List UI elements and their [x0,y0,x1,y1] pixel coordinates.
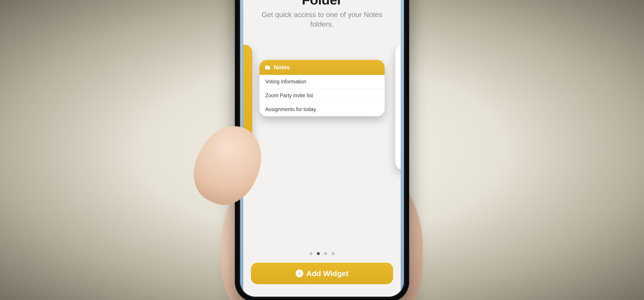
page-dot[interactable] [332,252,334,255]
next-widget-preview[interactable]: N [395,45,401,170]
iphone-frame: FRI Notes [235,0,409,300]
sheet-subtitle: Get quick access to one of your Notes fo… [257,10,387,29]
folder-icon [265,64,270,70]
plus-icon [297,271,302,276]
page-dot[interactable] [324,252,327,255]
widget-notes-list: Voting information Zoom Party invite lis… [260,75,384,116]
widget-preview-medium[interactable]: Notes Voting information Zoom Party invi… [260,60,384,116]
iphone-bezel: FRI Notes [239,0,405,298]
widget-picker-sheet: Notes Folder Get quick access to one of … [243,0,401,297]
widget-note-row: Zoom Party invite list [260,89,384,102]
plus-badge [296,270,303,277]
page-dot[interactable] [317,252,320,255]
sheet-title: Folder [257,0,387,8]
widget-note-row: Assignments for today [260,102,384,116]
sheet-hero: Folder Get quick access to one of your N… [243,0,401,29]
widget-size-carousel[interactable]: Notes Voting information Zoom Party invi… [243,45,401,248]
add-widget-button[interactable]: Add Widget [251,263,393,284]
add-widget-label: Add Widget [306,269,348,278]
widget-note-row: Voting information [260,75,384,89]
widget-folder-title: Notes [274,64,290,71]
page-dot[interactable] [310,252,312,255]
widget-folder-header: Notes [260,60,384,75]
photo-scene: FRI Notes [0,0,644,300]
next-widget-peek-text: N [395,45,401,64]
page-indicator[interactable] [243,248,401,256]
phone-screen: FRI Notes [240,0,404,297]
